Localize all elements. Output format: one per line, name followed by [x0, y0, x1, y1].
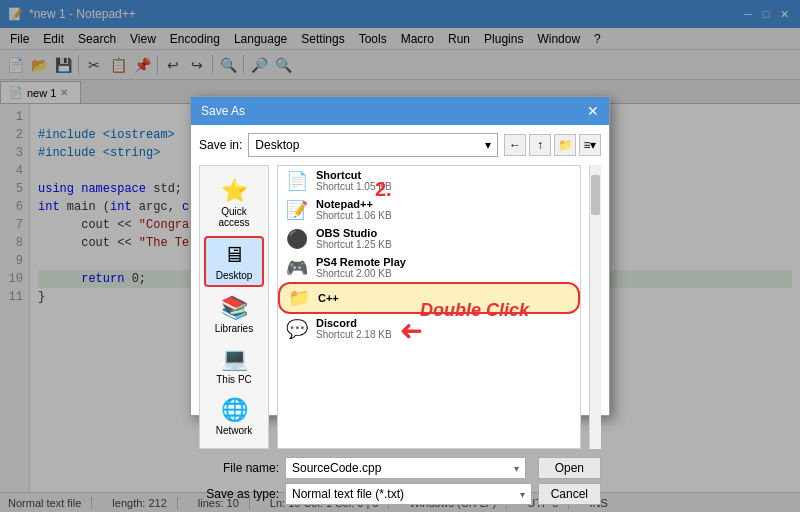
- nav-quick-access[interactable]: ⭐ Quick access: [204, 174, 264, 232]
- dialog-bottom: File name: SourceCode.cpp ▾ Open Save as…: [199, 457, 601, 509]
- file-item-ps4[interactable]: 🎮 PS4 Remote Play Shortcut 2.00 KB: [278, 253, 580, 282]
- dialog-content: ⭐ Quick access 🖥 Desktop 📚 Libraries 💻 T…: [199, 165, 601, 449]
- nav-quick-access-label: Quick access: [208, 206, 260, 228]
- file-name-value: SourceCode.cpp: [292, 461, 381, 475]
- file-icon-cpp: 📁: [288, 287, 310, 309]
- dialog-overlay: Save As ✕ Save in: Desktop ▾ ← ↑ 📁 ≡▾: [0, 0, 800, 512]
- file-info-discord: Discord Shortcut 2.18 KB: [316, 317, 392, 340]
- savetype-combo-arrow: ▾: [520, 489, 525, 500]
- file-icon-ps4: 🎮: [286, 257, 308, 279]
- file-item-notepadpp[interactable]: 📝 Notepad++ Shortcut 1.06 KB: [278, 195, 580, 224]
- file-item-shortcut[interactable]: 📄 Shortcut Shortcut 1.05 KB: [278, 166, 580, 195]
- new-folder-button[interactable]: 📁: [554, 134, 576, 156]
- file-item-cpp[interactable]: 📁 C++: [278, 282, 580, 314]
- dialog-close-button[interactable]: ✕: [587, 103, 599, 119]
- save-in-toolbar: ← ↑ 📁 ≡▾: [504, 134, 601, 156]
- file-icon-notepadpp: 📝: [286, 199, 308, 221]
- view-options-button[interactable]: ≡▾: [579, 134, 601, 156]
- file-icon-obs: ⚫: [286, 228, 308, 250]
- desktop-icon: 🖥: [223, 242, 245, 268]
- nav-this-pc-label: This PC: [216, 374, 252, 385]
- scroll-thumb[interactable]: [591, 175, 600, 215]
- scroll-track: [590, 165, 601, 449]
- save-as-dialog: Save As ✕ Save in: Desktop ▾ ← ↑ 📁 ≡▾: [190, 96, 610, 416]
- file-item-discord[interactable]: 💬 Discord Shortcut 2.18 KB: [278, 314, 580, 343]
- save-in-combo[interactable]: Desktop ▾: [248, 133, 498, 157]
- file-name-label: File name:: [199, 461, 279, 475]
- quick-access-icon: ⭐: [221, 178, 248, 204]
- network-icon: 🌐: [221, 397, 248, 423]
- filename-row: File name: SourceCode.cpp ▾ Open: [199, 457, 601, 479]
- nav-desktop[interactable]: 🖥 Desktop: [204, 236, 264, 287]
- save-in-value: Desktop: [255, 138, 299, 152]
- file-info-obs: OBS Studio Shortcut 1.25 KB: [316, 227, 392, 250]
- file-icon-shortcut: 📄: [286, 170, 308, 192]
- file-list-scrollbar[interactable]: [589, 165, 601, 449]
- combo-arrow-icon: ▾: [485, 138, 491, 152]
- save-as-type-combo[interactable]: Normal text file (*.txt) ▾: [285, 483, 532, 505]
- nav-libraries[interactable]: 📚 Libraries: [204, 291, 264, 338]
- dialog-title-text: Save As: [201, 104, 245, 118]
- open-button[interactable]: Open: [538, 457, 601, 479]
- nav-back-button[interactable]: ←: [504, 134, 526, 156]
- nav-network[interactable]: 🌐 Network: [204, 393, 264, 440]
- file-icon-discord: 💬: [286, 318, 308, 340]
- dialog-body: Save in: Desktop ▾ ← ↑ 📁 ≡▾ ⭐: [191, 125, 609, 512]
- save-as-type-label: Save as type:: [199, 487, 279, 501]
- save-in-label: Save in:: [199, 138, 242, 152]
- file-list[interactable]: 📄 Shortcut Shortcut 1.05 KB 📝 Notepad++ …: [277, 165, 581, 449]
- cancel-button[interactable]: Cancel: [538, 483, 601, 505]
- this-pc-icon: 💻: [221, 346, 248, 372]
- libraries-icon: 📚: [221, 295, 248, 321]
- dialog-title-bar: Save As ✕: [191, 97, 609, 125]
- file-info-notepadpp: Notepad++ Shortcut 1.06 KB: [316, 198, 392, 221]
- file-item-obs[interactable]: ⚫ OBS Studio Shortcut 1.25 KB: [278, 224, 580, 253]
- places-sidebar: ⭐ Quick access 🖥 Desktop 📚 Libraries 💻 T…: [199, 165, 269, 449]
- savetype-row: Save as type: Normal text file (*.txt) ▾…: [199, 483, 601, 505]
- nav-network-label: Network: [216, 425, 253, 436]
- nav-libraries-label: Libraries: [215, 323, 253, 334]
- file-info-ps4: PS4 Remote Play Shortcut 2.00 KB: [316, 256, 406, 279]
- nav-this-pc[interactable]: 💻 This PC: [204, 342, 264, 389]
- filename-combo-arrow: ▾: [514, 463, 519, 474]
- nav-desktop-label: Desktop: [216, 270, 253, 281]
- file-info-cpp: C++: [318, 292, 339, 304]
- file-name-combo[interactable]: SourceCode.cpp ▾: [285, 457, 526, 479]
- file-info-shortcut: Shortcut Shortcut 1.05 KB: [316, 169, 392, 192]
- nav-up-button[interactable]: ↑: [529, 134, 551, 156]
- save-in-row: Save in: Desktop ▾ ← ↑ 📁 ≡▾: [199, 133, 601, 157]
- save-as-type-value: Normal text file (*.txt): [292, 487, 404, 501]
